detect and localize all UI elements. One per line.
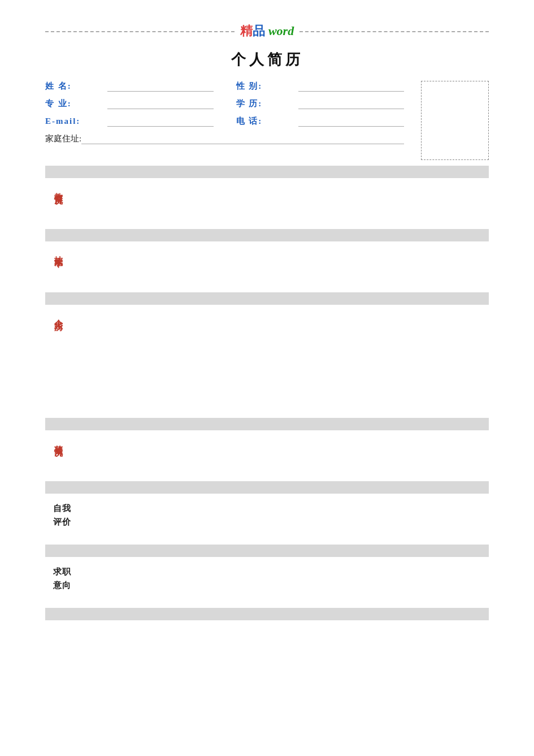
title-pin: 品 (253, 24, 265, 38)
edu-content (70, 178, 489, 229)
skills-label: 技能水平 (45, 241, 70, 292)
title-word: word (268, 24, 294, 38)
info-fields: 姓 名: 性 别: 专 业: 学 历: E-mail: 电 话: 家庭住址: (45, 81, 404, 160)
job-intent-content (79, 557, 489, 608)
skills-bottom-divider (45, 292, 489, 305)
major-value (107, 99, 214, 109)
title-jing: 精 (240, 24, 253, 38)
address-row: 家庭住址: (45, 133, 404, 144)
dashed-left (45, 31, 235, 32)
self-eval-label: 自我评价 (45, 494, 79, 545)
awards-label: 获奖情况 (45, 430, 70, 481)
exp-label: 个人经历 (45, 305, 70, 418)
awards-block: 获奖情况 (45, 430, 489, 481)
job-intent-block: 求职意向 (45, 557, 489, 608)
self-eval-bottom-divider (45, 545, 489, 557)
edu-bottom-divider (45, 229, 489, 241)
skills-content (70, 241, 489, 292)
edu-label: 教育情况 (45, 178, 70, 229)
header-line: 精品 word (45, 23, 489, 40)
edu-block: 教育情况 (45, 178, 489, 229)
name-value (107, 81, 214, 92)
self-eval-block: 自我评价 (45, 494, 489, 545)
skills-block: 技能水平 (45, 241, 489, 292)
email-value (107, 116, 214, 127)
info-section: 姓 名: 性 别: 专 业: 学 历: E-mail: 电 话: 家庭住址: (45, 81, 489, 160)
name-row: 姓 名: 性 别: (45, 81, 404, 92)
gender-value (298, 81, 405, 92)
major-label: 专 业: (45, 98, 107, 109)
photo-box (421, 81, 489, 160)
dashed-right (299, 31, 489, 32)
address-label: 家庭住址: (45, 133, 81, 144)
gender-label: 性 别: (236, 81, 298, 92)
education-label: 学 历: (236, 98, 298, 109)
email-row: E-mail: 电 话: (45, 116, 404, 127)
address-value (81, 134, 404, 144)
edu-top-divider (45, 166, 489, 178)
name-label: 姓 名: (45, 81, 107, 92)
exp-content (70, 305, 489, 418)
phone-value (298, 116, 405, 127)
email-label: E-mail: (45, 116, 107, 126)
job-intent-bottom-divider (45, 608, 489, 620)
education-value (298, 99, 405, 109)
phone-label: 电 话: (236, 116, 298, 127)
awards-bottom-divider (45, 481, 489, 494)
self-eval-content (79, 494, 489, 545)
exp-block: 个人经历 (45, 305, 489, 418)
header-title: 精品 word (235, 23, 299, 40)
main-title: 个人简历 (45, 50, 489, 70)
awards-content (70, 430, 489, 481)
job-intent-label: 求职意向 (45, 557, 79, 608)
exp-bottom-divider (45, 418, 489, 430)
major-row: 专 业: 学 历: (45, 98, 404, 109)
